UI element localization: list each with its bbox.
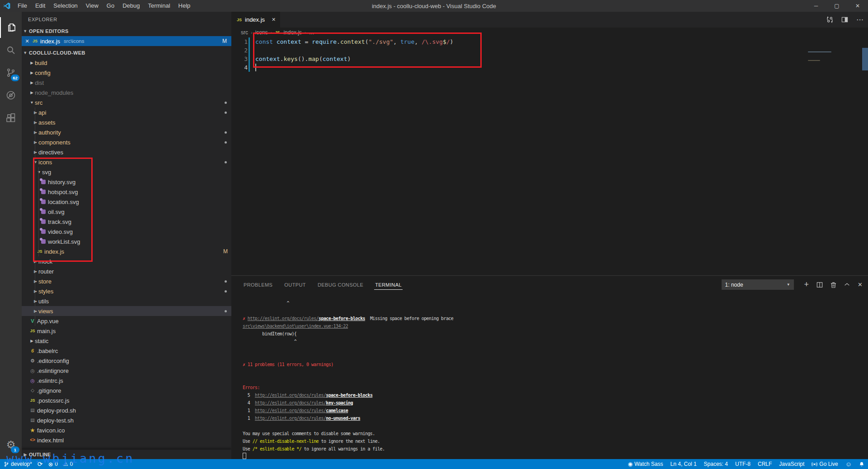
- maximize-panel-icon[interactable]: [844, 282, 850, 288]
- tree-item-index.js[interactable]: JSindex.jsM: [22, 246, 231, 256]
- status-utf-8[interactable]: UTF-8: [735, 461, 751, 467]
- terminal-link[interactable]: camelcase: [326, 408, 348, 413]
- tree-item-router[interactable]: ▶router: [22, 266, 231, 276]
- breadcrumb-item-index.js[interactable]: index.js: [283, 29, 302, 36]
- panel-tab-problems[interactable]: PROBLEMS: [243, 280, 273, 289]
- status-spaces-4[interactable]: Spaces: 4: [704, 461, 728, 467]
- terminal-link[interactable]: space-before-blocks: [326, 393, 372, 398]
- terminal-link[interactable]: http://eslint.org/docs/rules/: [255, 400, 326, 405]
- tree-item-styles[interactable]: ▶styles: [22, 286, 231, 296]
- tree-item-components[interactable]: ▶components: [22, 137, 231, 147]
- close-button[interactable]: ✕: [847, 0, 868, 12]
- tree-item-.babelrc[interactable]: 6.babelrc: [22, 346, 231, 356]
- new-terminal-icon[interactable]: +: [804, 281, 809, 288]
- terminal-link[interactable]: src\views\backend\iot\user\index.vue:134…: [243, 324, 348, 329]
- menu-terminal[interactable]: Terminal: [144, 0, 174, 12]
- activity-files-icon[interactable]: [0, 17, 23, 38]
- status-go-live[interactable]: Go Live: [812, 461, 838, 467]
- terminal-link[interactable]: http://eslint.org/docs/rules/: [255, 408, 326, 413]
- terminal-link[interactable]: no-unused-vars: [326, 416, 360, 421]
- menu-file[interactable]: File: [14, 0, 31, 12]
- tree-item-workList.svg[interactable]: workList.svg: [22, 237, 231, 246]
- activity-source-control-icon[interactable]: 62: [0, 62, 22, 83]
- outline-section-header[interactable]: ▶ OUTLINE: [22, 450, 231, 459]
- terminal-link[interactable]: key-spacing: [326, 400, 353, 405]
- tree-item-.editorconfig[interactable]: ⚙.editorconfig: [22, 356, 231, 366]
- tree-item-dist[interactable]: ▶dist: [22, 78, 231, 88]
- breadcrumb-item-[interactable]: …: [309, 29, 314, 36]
- tree-item-utils[interactable]: ▶utils: [22, 296, 231, 306]
- minimize-button[interactable]: ─: [806, 0, 826, 12]
- terminal-link[interactable]: space-before-blocks: [319, 316, 365, 321]
- project-root-header[interactable]: ▼ COOLLU-CLOUD-WEB: [22, 48, 231, 58]
- tree-item-api[interactable]: ▶api: [22, 107, 231, 117]
- menu-help[interactable]: Help: [174, 0, 195, 12]
- activity-extensions-icon[interactable]: [0, 107, 22, 128]
- activity-settings-gear-icon[interactable]: ⚙1: [0, 434, 22, 455]
- breadcrumb-item-src[interactable]: src: [241, 29, 248, 36]
- tree-item-track.svg[interactable]: track.svg: [22, 217, 231, 227]
- breadcrumb[interactable]: src›icons›JSindex.js›…: [231, 28, 868, 37]
- tree-item-static[interactable]: ▶static: [22, 336, 231, 346]
- terminal-link[interactable]: http://eslint.org/docs/rules/: [255, 393, 326, 398]
- menu-edit[interactable]: Edit: [31, 0, 49, 12]
- tree-item-.gitignore[interactable]: ◇.gitignore: [22, 385, 231, 395]
- tree-item-build[interactable]: ▶build: [22, 58, 231, 68]
- tree-item-mock[interactable]: ▶mock: [22, 256, 231, 266]
- activity-search-icon[interactable]: [0, 40, 22, 60]
- menu-selection[interactable]: Selection: [49, 0, 81, 12]
- tree-item-deploy-test.sh[interactable]: ▤deploy-test.sh: [22, 415, 231, 425]
- tree-item-history.svg[interactable]: history.svg: [22, 177, 231, 187]
- tree-item-views[interactable]: ▶views: [22, 306, 231, 316]
- code-editor[interactable]: 1const context = require.context("./svg"…: [231, 37, 868, 275]
- status-crlf[interactable]: CRLF: [758, 461, 772, 467]
- status-0[interactable]: ⊗0: [48, 461, 58, 468]
- breadcrumb-item-icons[interactable]: icons: [255, 29, 268, 36]
- close-panel-icon[interactable]: ✕: [858, 281, 863, 288]
- more-actions-icon[interactable]: ⋯: [856, 16, 863, 23]
- terminal-output[interactable]: ^✗ http://eslint.org/docs/rules/space-be…: [243, 299, 862, 460]
- tree-item-App.vue[interactable]: VApp.vue: [22, 316, 231, 326]
- tree-item-.postcssrc.js[interactable]: JS.postcssrc.js: [22, 395, 231, 405]
- status-javascript[interactable]: JavaScript: [779, 461, 804, 467]
- split-terminal-icon[interactable]: [816, 282, 823, 288]
- menu-go[interactable]: Go: [103, 0, 118, 12]
- tree-item-nodemodules[interactable]: ▶node_modules: [22, 88, 231, 98]
- activity-debug-icon[interactable]: [0, 85, 22, 106]
- tree-item-video.svg[interactable]: video.svg: [22, 227, 231, 237]
- tree-item-main.js[interactable]: JSmain.js: [22, 326, 231, 336]
- tree-item-deploy-prod.sh[interactable]: ▤deploy-prod.sh: [22, 405, 231, 415]
- status-smiley-icon[interactable]: ☺: [845, 460, 852, 468]
- tree-item-favicon.ico[interactable]: ★favicon.ico: [22, 425, 231, 435]
- status-bell-icon[interactable]: [859, 461, 864, 467]
- status-0[interactable]: ⚠0: [63, 461, 73, 467]
- tree-item-svg[interactable]: ▼svg: [22, 167, 231, 177]
- panel-tab-output[interactable]: OUTPUT: [283, 280, 307, 289]
- tree-item-src[interactable]: ▼src: [22, 98, 231, 107]
- tree-item-location.svg[interactable]: location.svg: [22, 197, 231, 207]
- status-ln-4-col-1[interactable]: Ln 4, Col 1: [671, 461, 697, 467]
- status-watch-sass[interactable]: ◉Watch Sass: [628, 461, 663, 467]
- panel-tab-debug-console[interactable]: DEBUG CONSOLE: [317, 280, 364, 289]
- status-sync-icon[interactable]: ⟳: [38, 460, 43, 468]
- tree-item-authority[interactable]: ▶authority: [22, 127, 231, 137]
- maximize-button[interactable]: ▢: [826, 0, 847, 12]
- split-editor-icon[interactable]: [841, 16, 848, 23]
- open-editor-item-indexjs[interactable]: ✕ JS index.js src\icons M: [22, 36, 231, 46]
- status-develop-[interactable]: develop*: [4, 461, 32, 467]
- tree-item-oil.svg[interactable]: oil.svg: [22, 207, 231, 217]
- panel-tab-terminal[interactable]: TERMINAL: [374, 280, 403, 290]
- terminal-select[interactable]: 1: node ▼: [722, 279, 794, 290]
- kill-terminal-icon[interactable]: [830, 282, 836, 288]
- tree-item-store[interactable]: ▶store: [22, 276, 231, 286]
- tree-item-hotspot.svg[interactable]: hotspot.svg: [22, 187, 231, 197]
- tree-item-config[interactable]: ▶config: [22, 68, 231, 78]
- tree-item-.eslintignore[interactable]: ◎.eslintignore: [22, 366, 231, 376]
- menu-view[interactable]: View: [82, 0, 103, 12]
- tree-item-directives[interactable]: ▶directives: [22, 147, 231, 157]
- tab-close-icon[interactable]: ✕: [272, 17, 276, 23]
- menu-debug[interactable]: Debug: [118, 0, 144, 12]
- close-icon[interactable]: ✕: [22, 38, 33, 44]
- tree-item-index.html[interactable]: <>index.html: [22, 435, 231, 445]
- tree-item-assets[interactable]: ▶assets: [22, 117, 231, 127]
